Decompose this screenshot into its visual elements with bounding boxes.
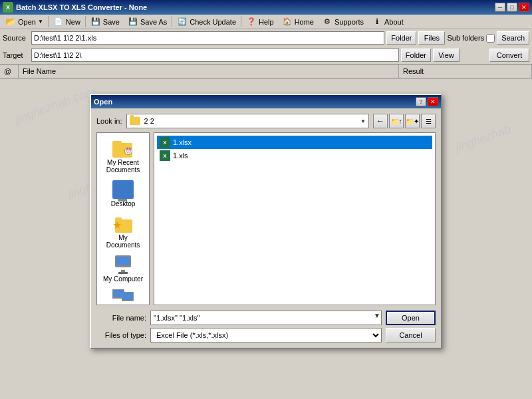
- nav-view-button[interactable]: ☰: [421, 114, 436, 128]
- menu-save[interactable]: 💾 Save: [86, 15, 124, 29]
- menu-home[interactable]: 🏠 Home: [278, 15, 318, 29]
- new-icon: 📄: [53, 17, 64, 27]
- look-in-arrow: ▼: [360, 118, 366, 124]
- menu-check-update[interactable]: 🔄 Check Update: [173, 15, 240, 29]
- sidebar-item-desktop[interactable]: Desktop: [98, 178, 148, 209]
- filename-input-wrapper: ▼: [150, 311, 382, 325]
- file-item-xlsx[interactable]: X 1.xlsx: [157, 136, 432, 149]
- xlsx-icon: X: [160, 137, 170, 148]
- window-title: Batch XLSX TO XLS Converter - None: [16, 3, 147, 11]
- target-label: Target: [3, 51, 29, 59]
- recent-icon: ⏰: [112, 139, 134, 158]
- sidebar-item-recent[interactable]: ⏰ My RecentDocuments: [98, 137, 148, 176]
- app-icon: X: [3, 2, 13, 13]
- nav-back-button[interactable]: ←: [373, 114, 388, 128]
- menu-about[interactable]: ℹ About: [368, 15, 408, 29]
- minimize-button[interactable]: ─: [495, 3, 505, 12]
- dialog-title: Open: [94, 98, 112, 106]
- file-item-xls[interactable]: X 1.xls: [157, 149, 432, 162]
- filename-input[interactable]: [150, 311, 382, 325]
- xls-file-icon: X: [160, 150, 170, 161]
- target-input[interactable]: [31, 49, 399, 62]
- look-in-row: Look in: 2 2 ▼ ← 📁↑ 📁✦ ☰: [96, 114, 436, 128]
- open-dialog: Open ? ✕ Look in: 2 2 ▼ ←: [90, 94, 442, 349]
- menu-divider-4: [241, 16, 241, 27]
- menu-save-as[interactable]: 💾 Save As: [124, 15, 171, 29]
- menu-supports[interactable]: ⚙ Supports: [318, 15, 368, 29]
- nav-up-button[interactable]: 📁↑: [389, 114, 404, 128]
- menu-about-label: About: [384, 18, 404, 26]
- source-label: Source: [3, 34, 29, 42]
- menu-save-label: Save: [103, 18, 120, 26]
- search-button[interactable]: Search: [497, 31, 529, 45]
- menu-supports-label: Supports: [334, 18, 364, 26]
- sidebar-item-computer[interactable]: My Computer: [98, 253, 148, 285]
- maximize-button[interactable]: □: [507, 3, 517, 12]
- filename-dropdown-arrow: ▼: [374, 312, 380, 319]
- open-arrow: ▼: [38, 19, 43, 25]
- look-in-folder-icon: [130, 117, 140, 125]
- filetype-select[interactable]: Excel File (*.xls,*.xlsx): [150, 328, 382, 342]
- dialog-sidebar: ⏰ My RecentDocuments Desktop: [96, 132, 150, 305]
- filetype-row: Files of type: Excel File (*.xls,*.xlsx)…: [96, 328, 436, 342]
- menu-help-label: Help: [259, 18, 274, 26]
- col-header-filename: File Name: [19, 65, 399, 78]
- subfolders-checkbox[interactable]: [486, 34, 495, 43]
- main-content-area: jinghezhab.com jinghezhab jinghezhab Ope…: [0, 78, 532, 364]
- col-header-result: Result: [399, 65, 532, 78]
- save-icon: 💾: [90, 17, 101, 27]
- sidebar-item-documents[interactable]: ★ MyDocuments: [98, 212, 148, 251]
- dialog-title-bar: Open ? ✕: [91, 95, 441, 108]
- source-row: Source Folder Files Sub folders Search: [0, 29, 532, 47]
- dialog-title-buttons: ? ✕: [416, 97, 438, 106]
- title-bar-buttons: ─ □ ✕: [495, 3, 529, 12]
- xls-icon: X: [160, 150, 170, 161]
- desktop-icon: [112, 180, 134, 199]
- sidebar-item-network[interactable]: My Network: [98, 287, 148, 305]
- title-bar: X Batch XLSX TO XLS Converter - None ─ □…: [0, 0, 532, 15]
- table-header: @ File Name Result: [0, 64, 532, 78]
- home-icon: 🏠: [282, 17, 293, 27]
- target-view-button[interactable]: View: [433, 49, 460, 62]
- menu-divider-3: [172, 16, 172, 27]
- menu-save-as-label: Save As: [140, 18, 167, 26]
- menu-help[interactable]: ❓ Help: [242, 15, 278, 29]
- look-in-combo[interactable]: 2 2 ▼: [126, 114, 369, 128]
- look-in-label: Look in:: [96, 117, 122, 125]
- documents-icon: ★: [112, 214, 134, 233]
- open-icon: 📂: [5, 17, 16, 27]
- network-icon: [112, 289, 134, 305]
- dialog-body: Look in: 2 2 ▼ ← 📁↑ 📁✦ ☰: [91, 108, 441, 348]
- cancel-button[interactable]: Cancel: [386, 328, 436, 342]
- subfolders-label: Sub folders: [447, 34, 484, 42]
- source-folder-button[interactable]: Folder: [386, 31, 416, 45]
- close-button[interactable]: ✕: [519, 3, 529, 12]
- menu-divider-2: [85, 16, 86, 27]
- menu-check-update-label: Check Update: [190, 18, 236, 26]
- source-files-button[interactable]: Files: [418, 31, 445, 45]
- target-row: Target Folder View Convert: [0, 47, 532, 64]
- xlsx-file-icon: X: [160, 137, 170, 148]
- computer-label: My Computer: [103, 275, 143, 283]
- dialog-help-button[interactable]: ?: [416, 97, 426, 106]
- dialog-main-area: ⏰ My RecentDocuments Desktop: [96, 132, 436, 305]
- file-name-xlsx: 1.xlsx: [173, 138, 192, 146]
- open-button[interactable]: Open: [386, 311, 436, 325]
- about-icon: ℹ: [372, 17, 382, 27]
- help-icon: ❓: [246, 17, 257, 27]
- dialog-close-button[interactable]: ✕: [428, 97, 438, 106]
- convert-button[interactable]: Convert: [489, 49, 529, 62]
- dialog-footer: File name: ▼ Open Files of type: Excel F…: [96, 311, 436, 342]
- check-update-icon: 🔄: [177, 17, 188, 27]
- look-in-value: 2 2: [144, 117, 361, 125]
- nav-new-folder-button[interactable]: 📁✦: [405, 114, 420, 128]
- star-icon: ★: [112, 219, 122, 231]
- menu-new[interactable]: 📄 New: [49, 15, 84, 29]
- menu-open[interactable]: 📂 Open ▼: [1, 15, 47, 29]
- source-input[interactable]: [31, 31, 384, 45]
- file-list-area[interactable]: X 1.xlsx X 1.xls: [154, 132, 436, 305]
- menu-home-label: Home: [295, 18, 314, 26]
- target-folder-button[interactable]: Folder: [401, 49, 431, 62]
- nav-buttons: ← 📁↑ 📁✦ ☰: [373, 114, 436, 128]
- menu-new-label: New: [66, 18, 80, 26]
